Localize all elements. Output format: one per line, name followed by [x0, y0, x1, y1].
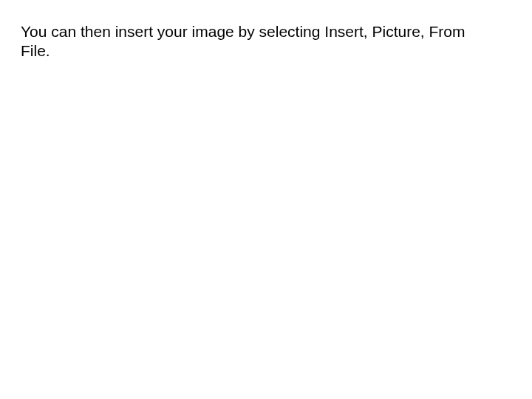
slide-content: You can then insert your image by select…: [21, 22, 466, 61]
body-text: You can then insert your image by select…: [21, 22, 466, 61]
